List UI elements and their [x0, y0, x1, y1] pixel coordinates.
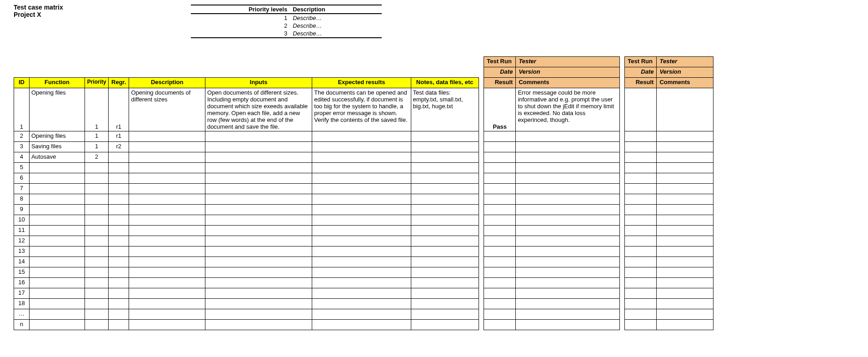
cell-priority[interactable] [85, 226, 109, 236]
cell-id[interactable]: 3 [14, 142, 30, 152]
cell-notes[interactable] [411, 131, 479, 142]
cell-desc[interactable] [129, 267, 205, 278]
cell-id[interactable]: 12 [14, 236, 30, 246]
cell-comments1[interactable] [516, 320, 620, 330]
cell-inputs[interactable] [205, 194, 312, 205]
cell-comments1[interactable] [516, 257, 620, 267]
cell-result2[interactable] [625, 309, 657, 320]
cell-comments2[interactable] [657, 299, 713, 309]
cell-comments1[interactable] [516, 194, 620, 205]
cell-priority[interactable] [85, 163, 109, 173]
cell-priority[interactable] [85, 194, 109, 205]
cell-regr[interactable] [109, 309, 129, 320]
cell-comments1[interactable] [516, 246, 620, 257]
cell-notes[interactable] [411, 184, 479, 194]
cell-priority[interactable] [85, 257, 109, 267]
cell-exp[interactable] [312, 173, 411, 184]
cell-id[interactable]: 17 [14, 288, 30, 299]
cell-priority[interactable] [85, 320, 109, 330]
cell-exp[interactable] [312, 278, 411, 288]
cell-comments2[interactable] [657, 163, 713, 173]
cell-result2[interactable] [625, 184, 657, 194]
cell-notes[interactable] [411, 309, 479, 320]
cell-result1[interactable] [484, 246, 516, 257]
cell-notes[interactable] [411, 299, 479, 309]
cell-id[interactable]: 8 [14, 194, 30, 205]
cell-result2[interactable] [625, 88, 657, 131]
cell-result1[interactable] [484, 299, 516, 309]
cell-regr[interactable] [109, 299, 129, 309]
cell-func[interactable] [29, 320, 85, 330]
cell-id[interactable]: … [14, 309, 30, 320]
cell-desc[interactable] [129, 184, 205, 194]
cell-exp[interactable] [312, 152, 411, 163]
cell-inputs[interactable] [205, 299, 312, 309]
cell-result2[interactable] [625, 131, 657, 142]
cell-comments2[interactable] [657, 226, 713, 236]
cell-func[interactable]: Saving files [29, 142, 85, 152]
cell-inputs[interactable] [205, 309, 312, 320]
cell-result2[interactable] [625, 226, 657, 236]
cell-desc[interactable] [129, 173, 205, 184]
cell-result2[interactable] [625, 163, 657, 173]
cell-exp[interactable] [312, 184, 411, 194]
cell-id[interactable]: 1 [14, 88, 30, 131]
cell-id[interactable]: 18 [14, 299, 30, 309]
cell-inputs[interactable] [205, 246, 312, 257]
cell-desc[interactable] [129, 194, 205, 205]
cell-exp[interactable] [312, 267, 411, 278]
cell-comments1[interactable] [516, 142, 620, 152]
cell-inputs[interactable]: Open documents of different sizes. Inclu… [205, 88, 312, 131]
cell-func[interactable] [29, 205, 85, 215]
cell-notes[interactable] [411, 257, 479, 267]
cell-result2[interactable] [625, 215, 657, 226]
cell-exp[interactable] [312, 226, 411, 236]
cell-desc[interactable]: Opening documents of different sizes [129, 88, 205, 131]
cell-comments1[interactable] [516, 226, 620, 236]
cell-id[interactable]: 9 [14, 205, 30, 215]
cell-regr[interactable] [109, 194, 129, 205]
cell-comments1[interactable] [516, 267, 620, 278]
cell-result2[interactable] [625, 142, 657, 152]
cell-func[interactable] [29, 163, 85, 173]
cell-result2[interactable] [625, 152, 657, 163]
cell-notes[interactable] [411, 152, 479, 163]
cell-id[interactable]: 4 [14, 152, 30, 163]
cell-inputs[interactable] [205, 278, 312, 288]
cell-result1[interactable] [484, 163, 516, 173]
cell-comments1[interactable] [516, 184, 620, 194]
cell-result1[interactable] [484, 309, 516, 320]
cell-desc[interactable] [129, 309, 205, 320]
cell-comments1[interactable] [516, 205, 620, 215]
cell-notes[interactable] [411, 236, 479, 246]
cell-result2[interactable] [625, 173, 657, 184]
cell-func[interactable] [29, 194, 85, 205]
cell-result2[interactable] [625, 278, 657, 288]
cell-result1[interactable] [484, 288, 516, 299]
cell-comments2[interactable] [657, 215, 713, 226]
cell-notes[interactable] [411, 288, 479, 299]
cell-desc[interactable] [129, 320, 205, 330]
cell-regr[interactable] [109, 257, 129, 267]
cell-inputs[interactable] [205, 215, 312, 226]
cell-priority[interactable] [85, 173, 109, 184]
cell-comments2[interactable] [657, 236, 713, 246]
cell-inputs[interactable] [205, 163, 312, 173]
cell-id[interactable]: 2 [14, 131, 30, 142]
cell-exp[interactable] [312, 215, 411, 226]
cell-comments2[interactable] [657, 131, 713, 142]
cell-id[interactable]: 15 [14, 267, 30, 278]
cell-comments2[interactable] [657, 142, 713, 152]
cell-notes[interactable] [411, 320, 479, 330]
cell-func[interactable] [29, 257, 85, 267]
cell-exp[interactable] [312, 205, 411, 215]
cell-func[interactable] [29, 288, 85, 299]
cell-id[interactable]: 10 [14, 215, 30, 226]
cell-inputs[interactable] [205, 320, 312, 330]
cell-comments2[interactable] [657, 288, 713, 299]
cell-comments2[interactable] [657, 257, 713, 267]
cell-comments1[interactable] [516, 278, 620, 288]
cell-comments2[interactable] [657, 267, 713, 278]
cell-comments2[interactable] [657, 246, 713, 257]
cell-id[interactable]: 14 [14, 257, 30, 267]
